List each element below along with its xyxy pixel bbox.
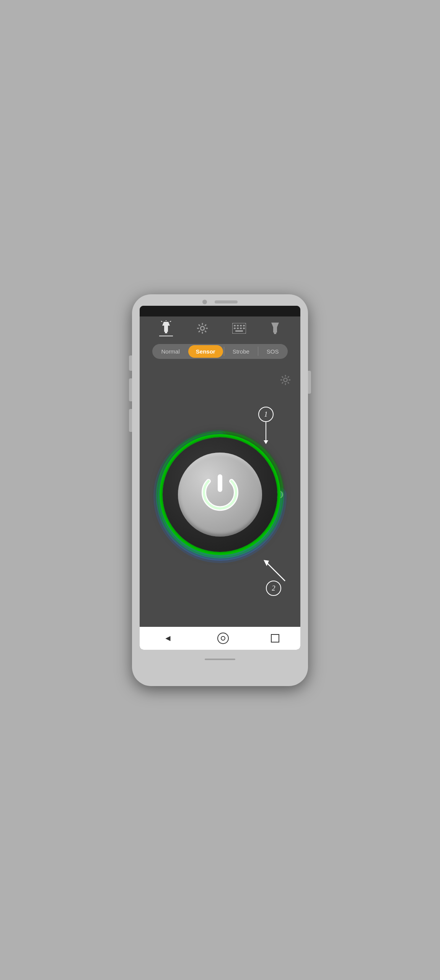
svg-line-33 [282, 376, 283, 377]
svg-line-4 [161, 321, 162, 322]
tab-container: Normal Sensor Strobe SOS [152, 344, 287, 359]
svg-line-11 [199, 325, 200, 326]
flashlight-tab-icon[interactable] [159, 320, 173, 336]
svg-marker-40 [264, 560, 269, 566]
svg-line-12 [205, 331, 207, 332]
annotation-2-circle: 2 [266, 581, 281, 596]
power-side-button[interactable] [308, 371, 311, 394]
front-camera [202, 300, 207, 304]
filter-icon [269, 322, 281, 335]
settings-header-icon[interactable] [196, 322, 209, 334]
power-button-area: 1 [155, 430, 285, 560]
power-button-inner [178, 453, 262, 537]
mute-button[interactable] [129, 355, 132, 371]
nav-recents-button[interactable] [271, 634, 279, 643]
svg-rect-21 [237, 328, 239, 329]
power-symbol [195, 470, 245, 519]
svg-line-5 [170, 321, 171, 322]
main-content: 1 [140, 363, 300, 627]
tab-sos[interactable]: SOS [259, 345, 287, 358]
svg-line-13 [205, 325, 207, 326]
svg-marker-0 [162, 322, 170, 326]
bottom-nav: ◄ [140, 627, 300, 650]
svg-marker-25 [271, 323, 279, 327]
phone-screen: Normal Sensor Strobe SOS [140, 306, 300, 650]
volume-up-button[interactable] [129, 378, 132, 401]
svg-line-35 [288, 376, 289, 377]
svg-rect-22 [240, 328, 242, 329]
svg-line-36 [282, 382, 283, 383]
svg-rect-20 [234, 328, 236, 329]
svg-rect-23 [243, 328, 245, 329]
annotation-1: 1 [258, 407, 274, 441]
keyboard-icon [232, 323, 246, 334]
keyboard-header-icon[interactable] [232, 323, 246, 334]
annotation-2: 2 [258, 556, 289, 596]
svg-line-39 [266, 562, 285, 581]
svg-rect-16 [234, 325, 236, 326]
svg-line-14 [199, 331, 200, 332]
tab-strobe[interactable]: Strobe [225, 345, 257, 358]
annotation-2-arrow [258, 556, 289, 583]
active-tab-underline [159, 336, 173, 336]
tab-sensor[interactable]: Sensor [188, 345, 223, 358]
power-button[interactable] [163, 437, 277, 552]
tab-bar: Normal Sensor Strobe SOS [140, 340, 300, 363]
annotation-1-circle: 1 [258, 407, 274, 422]
svg-rect-17 [237, 325, 239, 326]
gear-icon-main [280, 374, 291, 386]
nav-home-inner [221, 636, 225, 641]
svg-rect-19 [243, 325, 245, 326]
volume-down-button[interactable] [129, 409, 132, 432]
phone-top-bar [132, 294, 308, 304]
svg-rect-18 [240, 325, 242, 326]
status-bar [140, 306, 300, 316]
svg-point-6 [200, 326, 204, 330]
svg-line-34 [288, 382, 289, 383]
svg-rect-27 [274, 333, 276, 334]
flashlight-icon [159, 320, 173, 334]
svg-rect-2 [165, 332, 167, 333]
filter-header-icon[interactable] [269, 322, 281, 335]
svg-rect-24 [235, 330, 243, 332]
tab-normal[interactable]: Normal [153, 345, 187, 358]
phone-frame: Normal Sensor Strobe SOS [132, 294, 308, 686]
app-header [140, 316, 300, 340]
svg-point-28 [284, 378, 287, 381]
phone-bottom [132, 650, 308, 669]
home-indicator [205, 659, 235, 660]
svg-rect-1 [164, 326, 168, 332]
svg-rect-26 [273, 327, 277, 333]
gear-icon [196, 322, 209, 334]
tab-divider-2 [258, 347, 258, 356]
nav-back-button[interactable]: ◄ [161, 630, 175, 646]
main-settings-gear[interactable] [280, 374, 291, 388]
nav-home-button[interactable] [217, 633, 229, 644]
earpiece-speaker [215, 300, 238, 303]
tab-divider-1 [224, 347, 224, 356]
